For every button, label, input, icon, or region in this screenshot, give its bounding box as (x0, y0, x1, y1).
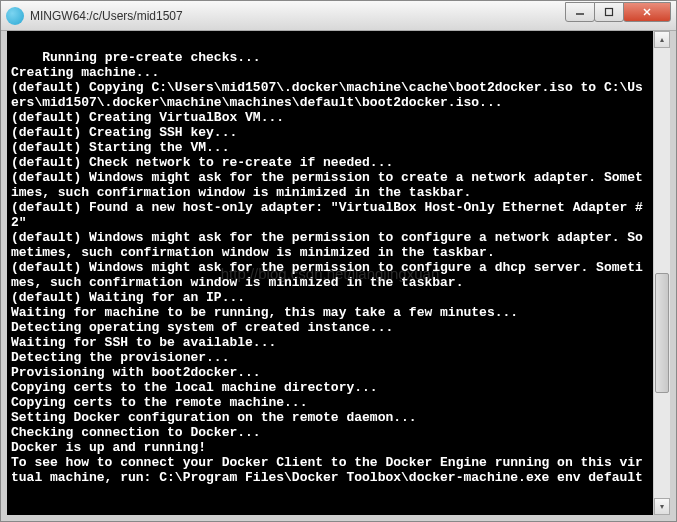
svg-rect-1 (606, 9, 613, 16)
app-icon (6, 7, 24, 25)
minimize-icon (575, 7, 585, 17)
scroll-up-button[interactable]: ▴ (654, 31, 670, 48)
scroll-down-button[interactable]: ▾ (654, 498, 670, 515)
close-button[interactable] (623, 2, 671, 22)
close-icon (642, 7, 652, 17)
scrollbar-thumb[interactable] (655, 273, 669, 393)
watermark-text: http://blog.csdn.net/liangjingxuan (221, 266, 440, 281)
terminal-output[interactable]: Running pre-create checks... Creating ma… (7, 31, 653, 515)
maximize-button[interactable] (594, 2, 624, 22)
minimize-button[interactable] (565, 2, 595, 22)
terminal-container: Running pre-create checks... Creating ma… (7, 31, 670, 515)
vertical-scrollbar[interactable]: ▴ ▾ (653, 31, 670, 515)
chevron-down-icon: ▾ (660, 502, 664, 511)
chevron-up-icon: ▴ (660, 35, 664, 44)
maximize-icon (604, 7, 614, 17)
scrollbar-track[interactable] (654, 48, 670, 498)
window-controls (566, 2, 671, 22)
title-bar[interactable]: MINGW64:/c/Users/mid1507 (1, 1, 676, 31)
